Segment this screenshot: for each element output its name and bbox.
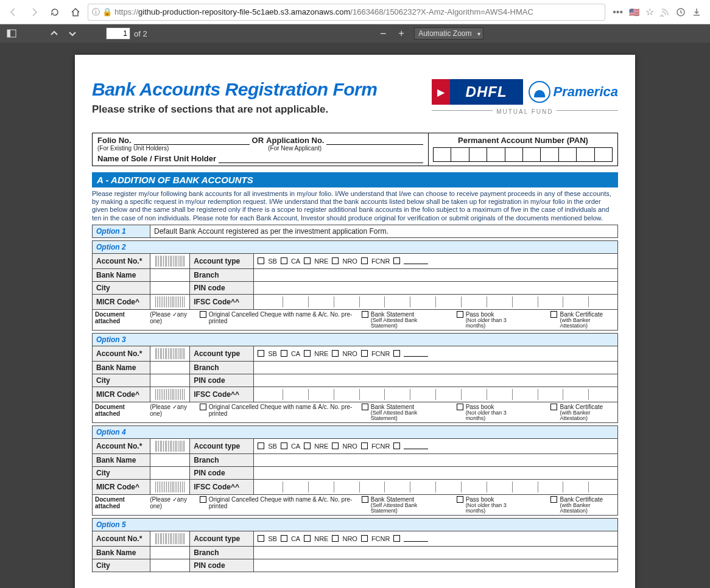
url-bar[interactable]: ⓘ 🔒 https://github-production-repository… [88, 4, 605, 21]
pdf-page: Bank Accounts Registration Form Please s… [75, 55, 635, 588]
history-icon[interactable] [676, 7, 686, 17]
info-icon[interactable]: ⓘ [92, 7, 100, 18]
account-no-cells [154, 533, 186, 544]
section-a-para: Please register my/our following bank ac… [92, 190, 618, 222]
account-no-cells [154, 256, 186, 267]
option-header: Option 2 [93, 240, 618, 253]
page-up-icon[interactable] [46, 26, 62, 41]
doc-attached-row: Document attached(Please ✓any one) Origi… [92, 495, 618, 516]
forward-button[interactable] [26, 4, 43, 21]
back-button[interactable] [5, 4, 22, 21]
pan-label: Permanent Account Number (PAN) [434, 136, 613, 145]
option-block: Option 5 Account No.* Account type SB CA… [92, 518, 618, 572]
page-of-label: of 2 [134, 29, 147, 38]
doc-title: Bank Accounts Registration Form [92, 79, 377, 100]
header-info-box: Folio No. OR Application No. (For Existi… [92, 133, 618, 166]
zoom-select[interactable]: Automatic Zoom [414, 27, 483, 40]
zoom-in-icon[interactable]: + [393, 26, 409, 41]
doc-attached-row: Document attached(Please ✓any one) Origi… [92, 310, 618, 331]
url-text: https://github-production-repository-fil… [114, 7, 533, 16]
account-types: SB CA NRE NRO FCNR [258, 535, 614, 542]
option-block: Option 4 Account No.* Account type SB CA… [92, 425, 618, 495]
section-a-bar: A - ADDITION OF BANK ACCOUNTS [92, 172, 618, 187]
option-header: Option 5 [93, 518, 618, 531]
browser-toolbar: ⓘ 🔒 https://github-production-repository… [0, 0, 710, 24]
option-block: Option 3 Account No.* Account type SB CA… [92, 333, 618, 402]
page-down-icon[interactable] [65, 26, 80, 41]
mutual-fund-label: MUTUAL FUND [496, 108, 553, 115]
dhfl-logo: ▶ DHFL [432, 79, 523, 105]
option-block: Option 2 Account No.* Account type SB CA… [92, 240, 618, 310]
sidebar-toggle-icon[interactable] [4, 26, 19, 41]
pdf-viewer[interactable]: Bank Accounts Registration Form Please s… [0, 43, 710, 588]
rss-icon[interactable] [660, 7, 670, 17]
doc-subtitle: Please strike of sections that are not a… [92, 103, 377, 116]
account-types: SB CA NRE NRO FCNR [258, 350, 614, 357]
pramerica-logo: Pramerica [528, 80, 618, 103]
reload-button[interactable] [46, 4, 63, 21]
more-icon[interactable]: ••• [613, 7, 623, 18]
option1-table: Option 1Default Bank Account registered … [92, 225, 618, 238]
account-types: SB CA NRE NRO FCNR [258, 443, 614, 450]
option-header: Option 4 [93, 425, 618, 438]
flag-icon[interactable]: 🇺🇸 [629, 7, 639, 17]
home-button[interactable] [67, 4, 84, 21]
doc-attached-row: Document attached(Please ✓any one) Origi… [92, 402, 618, 423]
svg-rect-2 [7, 30, 10, 37]
account-types: SB CA NRE NRO FCNR [258, 257, 614, 265]
page-input[interactable] [106, 27, 130, 40]
zoom-out-icon[interactable]: − [375, 26, 391, 41]
download-icon[interactable] [692, 7, 701, 17]
bookmark-icon[interactable]: ☆ [645, 6, 654, 18]
account-no-cells [154, 441, 186, 452]
option-header: Option 3 [93, 333, 618, 346]
account-no-cells [154, 348, 186, 359]
lock-icon: 🔒 [102, 7, 112, 16]
pdf-toolbar: of 2 − + Automatic Zoom [0, 24, 710, 43]
pan-grid [434, 147, 613, 162]
